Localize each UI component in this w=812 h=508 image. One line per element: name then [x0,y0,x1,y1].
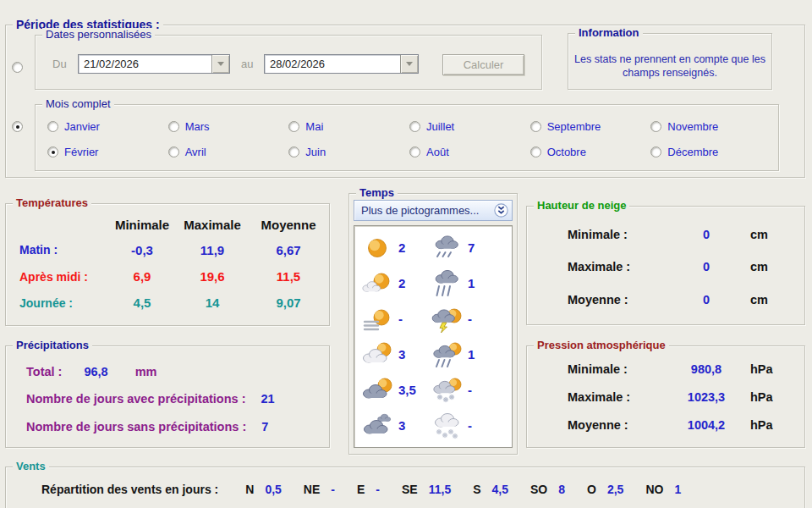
information-title: Information [575,26,643,40]
month-option-decembre[interactable]: Décembre [650,146,771,158]
wind-so: SO8 [530,483,565,496]
months-grid: Janvier Février Mars Avril Mai Juin Juil… [47,113,771,165]
radio-mars[interactable] [168,121,179,132]
calculate-button[interactable]: Calculer [442,54,524,75]
heavy-rain-icon [431,268,463,299]
month-label: Janvier [64,120,100,133]
pressure-min-row: Minimale : 980,8 hPa [568,362,798,376]
month-option-juin[interactable]: Juin [288,146,409,158]
month-label: Décembre [667,146,718,158]
column-header-max: Maximale [177,218,248,232]
more-pictograms-label: Plus de pictogrammes... [361,204,479,217]
month-option-mars[interactable]: Mars [168,120,289,133]
radio-fevrier[interactable] [47,146,58,157]
radio-juin[interactable] [288,146,299,157]
snow-height-groupbox: Hauteur de neige Minimale : 0 cm Maximal… [526,206,805,325]
precipitations-groupbox: Précipitations Total : 96,8 mm Nombre de… [5,345,330,448]
temp-journee-min: 4,5 [107,295,177,310]
month-option-septembre[interactable]: Septembre [530,120,651,133]
snow-min-label: Minimale : [568,228,662,241]
temp-journee-max: 14 [177,295,248,310]
temp-matin-avg: 6,67 [248,243,329,257]
temp-apres-midi-avg: 11,5 [248,269,329,284]
dark-clouds-sun-icon [361,374,393,405]
month-label: Février [64,146,98,158]
full-month-title: Mois complet [42,97,114,111]
pressure-max-value: 1023,3 [662,390,750,404]
full-month-radio[interactable] [12,121,23,132]
snow-min-row: Minimale : 0 cm [568,228,798,241]
period-groupbox: Période des statistiques : Dates personn… [5,25,805,178]
from-date-combobox[interactable]: 21/02/2026 [78,54,230,74]
wind-s-dir: S [473,483,480,496]
month-option-avril[interactable]: Avril [168,146,289,158]
temperatures-table: Minimale Maximale Moyenne Matin : -0,3 1… [13,213,329,316]
snow-min-unit: cm [750,228,801,241]
month-option-mai[interactable]: Mai [288,120,409,133]
full-month-groupbox: Mois complet Janvier Février Mars Avril … [35,104,779,171]
wind-n-dir: N [245,483,254,496]
wind-no-dir: NO [645,483,663,496]
month-option-janvier[interactable]: Janvier [47,120,168,133]
double-chevron-down-icon [494,203,508,218]
month-option-aout[interactable]: Août [409,146,530,158]
radio-octobre[interactable] [530,146,541,157]
from-label: Du [52,58,67,70]
snow-max-label: Maximale : [568,260,662,273]
precip-days-without-label: Nombre de jours sans précipitations : [26,420,246,433]
pressure-avg-unit: hPa [750,418,801,432]
snow-sun-icon [431,374,463,405]
winds-groupbox: Vents Répartition des vents en jours : N… [5,467,805,508]
month-option-novembre[interactable]: Novembre [650,120,771,133]
pictogram-row: 3 - [361,410,508,440]
snow-avg-value: 0 [662,293,750,306]
radio-mai[interactable] [288,121,299,132]
more-pictograms-dropdown[interactable]: Plus de pictogrammes... [354,200,513,221]
month-label: Août [426,146,449,158]
heavy-rain-days-count: 1 [468,276,491,290]
pressure-max-label: Maximale : [568,390,662,404]
wind-n-value: 0,5 [265,483,281,496]
storm-sun-icon [431,304,463,334]
winds-caption: Répartition des vents en jours : [41,483,218,496]
to-label: au [241,58,253,70]
radio-janvier[interactable] [47,121,58,132]
radio-avril[interactable] [168,146,179,157]
hazy-sun-days-count: - [398,312,431,326]
from-date-dropdown-button[interactable] [211,55,229,73]
winds-row: Répartition des vents en jours : N0,5 NE… [41,483,681,496]
radio-decembre[interactable] [650,146,661,157]
column-header-min: Minimale [107,218,177,232]
month-option-juillet[interactable]: Juillet [409,120,530,133]
temperatures-title: Températures [13,196,91,210]
radio-juillet[interactable] [409,121,420,132]
to-date-value: 28/02/2026 [265,58,400,70]
month-option-octobre[interactable]: Octobre [530,146,651,158]
custom-dates-radio[interactable] [12,62,23,73]
radio-septembre[interactable] [530,121,541,132]
cloud-sun-icon [361,339,393,369]
snow-avg-unit: cm [750,293,801,306]
to-date-combobox[interactable]: 28/02/2026 [264,54,419,74]
custom-dates-groupbox: Dates personnalisées Du 21/02/2026 au 28… [35,35,542,90]
temp-journee-avg: 9,07 [248,295,329,310]
weather-type-title: Temps [356,186,398,200]
month-label: Avril [185,146,206,158]
weather-type-groupbox: Temps Plus de pictogrammes... 2 7 2 1 - [348,193,518,455]
snow-max-row: Maximale : 0 cm [568,260,798,273]
to-date-dropdown-button[interactable] [400,55,418,73]
snow-max-value: 0 [662,260,750,273]
wind-so-value: 8 [558,483,565,496]
light-rain-days-count: 7 [468,240,491,255]
weather-statistics-window: Période des statistiques : Dates personn… [0,0,812,508]
row-label-matin: Matin : [13,243,107,257]
radio-novembre[interactable] [650,121,661,132]
radio-aout[interactable] [409,146,420,157]
temperatures-groupbox: Températures Minimale Maximale Moyenne M… [5,203,330,326]
precipitations-rows: Total : 96,8 mm Nombre de jours avec pré… [26,358,322,440]
hazy-sun-icon [361,304,393,334]
sun-small-cloud-icon [361,268,393,299]
month-option-fevrier[interactable]: Février [47,146,168,158]
wind-se-dir: SE [402,483,418,496]
wind-ne-value: - [331,483,335,496]
